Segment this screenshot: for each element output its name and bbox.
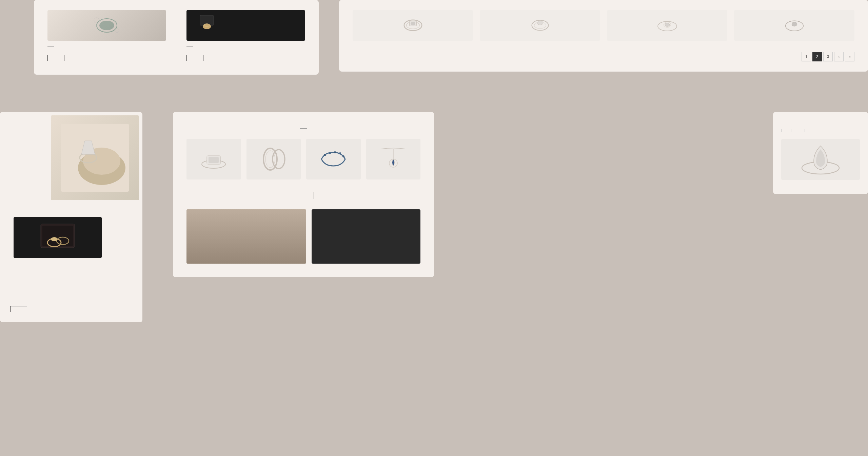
- filter-row: [781, 129, 860, 132]
- svg-point-35: [334, 151, 336, 153]
- svg-point-34: [329, 152, 331, 154]
- svg-point-21: [792, 22, 797, 26]
- svg-point-36: [339, 152, 341, 154]
- rings-panel: 1 2 3 ‹ »: [339, 0, 868, 72]
- page-1-button[interactable]: 1: [802, 52, 811, 61]
- hj-product-3[interactable]: [306, 139, 361, 184]
- ring-item-3[interactable]: [607, 10, 727, 45]
- page-3-button[interactable]: 3: [823, 52, 833, 61]
- page-2-button[interactable]: 2: [812, 52, 822, 61]
- ring-img-1: [353, 10, 473, 41]
- ring-item-2[interactable]: [480, 10, 600, 45]
- svg-point-2: [94, 18, 99, 23]
- store-more-button[interactable]: [186, 55, 203, 61]
- about-divider: [47, 46, 54, 46]
- ring-img-3: [607, 10, 727, 41]
- hj-product-img-1: [186, 139, 241, 179]
- about-panel: [34, 0, 319, 75]
- hj-products-grid: [186, 139, 420, 184]
- store-divider: [186, 46, 193, 46]
- about-col-store: [186, 10, 305, 61]
- next-page-button[interactable]: »: [845, 52, 854, 61]
- about-col-heritage: [47, 10, 166, 61]
- hj-product-img-4: [366, 139, 421, 179]
- hj-product-4[interactable]: [366, 139, 421, 184]
- svg-point-3: [115, 28, 119, 33]
- diamonds-image: [51, 115, 139, 200]
- hj-divider: [300, 128, 307, 129]
- detail-panel: [773, 112, 868, 194]
- heritage-image: [47, 10, 166, 41]
- ring-box-image: [14, 217, 102, 258]
- svg-point-13: [411, 22, 415, 25]
- diamonds-shop-button[interactable]: [10, 306, 27, 312]
- hj-product-2[interactable]: [246, 139, 301, 184]
- ring-img-4: [734, 10, 854, 41]
- rings-grid: [353, 10, 854, 45]
- gemstones-filter-button[interactable]: [795, 129, 805, 132]
- diamonds-divider: [10, 300, 17, 300]
- pagination: 1 2 3 ‹ »: [353, 52, 854, 61]
- hj-product-img-2: [246, 139, 301, 179]
- svg-point-32: [273, 150, 285, 169]
- metals-filter-button[interactable]: [781, 129, 791, 132]
- svg-point-46: [51, 237, 58, 241]
- high-jewellery-panel: [173, 112, 434, 277]
- detail-product-image: [781, 139, 860, 180]
- ring-item-4[interactable]: [734, 10, 854, 45]
- more-products-button[interactable]: [293, 192, 314, 199]
- store-image: [186, 10, 305, 41]
- svg-rect-29: [209, 157, 219, 163]
- svg-point-16: [537, 21, 543, 25]
- about-more-button[interactable]: [47, 55, 64, 61]
- svg-point-33: [324, 154, 326, 156]
- prev-page-button[interactable]: ‹: [834, 52, 844, 61]
- diamonds-content: [0, 283, 142, 322]
- hj-product-1[interactable]: [186, 139, 241, 184]
- svg-point-1: [99, 21, 114, 30]
- wedding-banner[interactable]: [186, 209, 306, 264]
- svg-point-18: [665, 23, 670, 27]
- svg-point-37: [342, 155, 344, 157]
- ring-item-1[interactable]: [353, 10, 473, 45]
- diamonds-banner[interactable]: [312, 209, 420, 264]
- ring-img-2: [480, 10, 600, 41]
- hj-product-img-3: [306, 139, 361, 179]
